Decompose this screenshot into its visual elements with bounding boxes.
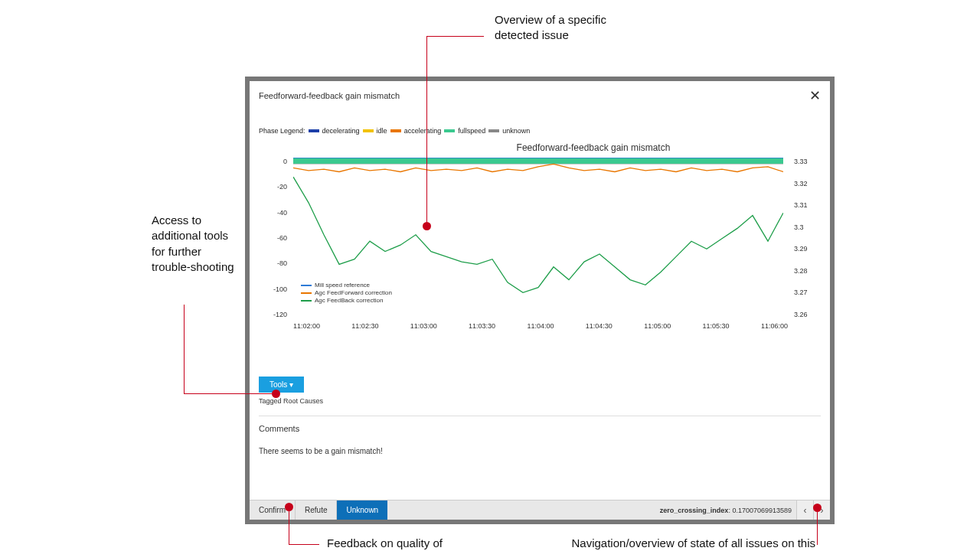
phase-fullspeed: fullspeed — [458, 127, 485, 135]
issue-detail-modal: Feedforward-feedback gain mismatch ✕ Pha… — [245, 77, 835, 524]
legend-label: Agc FeedBack correction — [315, 297, 383, 304]
series-legend: Mill speed referenceAgc FeedForward corr… — [301, 282, 392, 305]
x-tick: 11:03:00 — [410, 322, 437, 330]
y-axis-right: 3.333.323.313.33.293.283.273.26 — [791, 158, 815, 318]
callout-line — [289, 507, 289, 545]
annotation-tools: Access to additional tools for further t… — [152, 213, 236, 275]
legend-swatch — [301, 300, 312, 302]
metric-label: zero_crossing_index — [660, 507, 729, 514]
x-axis-ticks: 11:02:0011:02:3011:03:0011:03:3011:04:00… — [293, 322, 788, 330]
y-left-tick: -40 — [264, 209, 287, 217]
legend-entry: Agc FeedBack correction — [301, 297, 392, 304]
x-tick: 11:02:00 — [293, 322, 320, 330]
y-right-tick: 3.27 — [794, 289, 815, 296]
legend-entry: Mill speed reference — [301, 282, 392, 289]
x-tick: 11:02:30 — [351, 322, 378, 330]
comments-header: Comments — [259, 424, 821, 433]
annotation-navigation-text: Navigation/overview of state of all issu… — [572, 536, 816, 551]
legend-label: Mill speed reference — [315, 282, 370, 289]
phase-idle: idle — [377, 127, 387, 135]
modal-footer: Confirm Refute Unknown zero_crossing_ind… — [250, 500, 830, 520]
series-line — [293, 164, 783, 171]
y-axis-left: 0-20-40-60-80-100-120 — [264, 158, 290, 318]
tools-button[interactable]: Tools ▾ — [259, 377, 304, 393]
y-right-tick: 3.32 — [794, 180, 815, 187]
y-left-tick: 0 — [264, 158, 287, 165]
callout-dot — [423, 222, 431, 230]
phase-accelerating: accelerating — [404, 127, 442, 135]
annotation-feedback-text: Feedback on quality of detection — [327, 536, 443, 551]
y-right-tick: 3.26 — [794, 311, 815, 318]
phase-legend: Phase Legend: decelerating idle accelera… — [259, 127, 821, 135]
comment-text: There seems to be a gain mismatch! — [259, 447, 821, 455]
callout-dot — [813, 504, 822, 512]
x-tick: 11:04:00 — [527, 322, 554, 330]
y-left-tick: -80 — [264, 259, 287, 267]
phase-legend-label: Phase Legend: — [259, 127, 305, 135]
prev-issue-button[interactable]: ‹ — [796, 500, 813, 520]
y-left-tick: -100 — [264, 285, 287, 293]
swatch-idle — [363, 129, 374, 132]
unknown-button[interactable]: Unknown — [337, 500, 387, 520]
legend-swatch — [301, 285, 312, 286]
chart-title: Feedforward-feedback gain mismatch — [259, 142, 821, 153]
y-left-tick: -120 — [264, 311, 287, 318]
legend-entry: Agc FeedForward correction — [301, 289, 392, 296]
legend-label: Agc FeedForward correction — [315, 289, 392, 296]
y-left-tick: -60 — [264, 234, 287, 242]
metric-readout: zero_crossing_index: 0.17007069913589 — [660, 507, 796, 514]
swatch-fullspeed — [444, 129, 455, 132]
y-right-tick: 3.29 — [794, 245, 815, 253]
modal-header: Feedforward-feedback gain mismatch ✕ — [250, 81, 830, 107]
swatch-unknown — [488, 129, 499, 132]
callout-dot — [285, 503, 293, 511]
x-tick: 11:05:00 — [644, 322, 671, 330]
metric-value: 0.17007069913589 — [732, 507, 792, 514]
callout-line — [184, 393, 272, 394]
annotation-feedback: Feedback on quality of detection — [327, 536, 465, 551]
x-tick: 11:06:00 — [761, 322, 788, 330]
annotation-navigation: Navigation/overview of state of all issu… — [570, 536, 815, 551]
tagged-root-causes-label: Tagged Root Causes — [259, 397, 821, 405]
phase-decelerating: decelerating — [322, 127, 360, 135]
callout-line — [817, 507, 818, 545]
phase-unknown: unknown — [502, 127, 530, 135]
x-tick: 11:04:30 — [586, 322, 612, 330]
callout-line — [289, 544, 319, 545]
y-left-tick: -20 — [264, 183, 287, 191]
callout-line — [426, 37, 427, 226]
series-line — [293, 177, 783, 292]
x-tick: 11:03:30 — [469, 322, 495, 330]
callout-dot — [272, 390, 280, 398]
modal-title: Feedforward-feedback gain mismatch — [259, 91, 400, 100]
y-right-tick: 3.28 — [794, 267, 815, 275]
divider — [259, 416, 821, 416]
refute-button[interactable]: Refute — [296, 500, 337, 520]
modal-body: Phase Legend: decelerating idle accelera… — [250, 107, 830, 500]
close-icon[interactable]: ✕ — [809, 87, 821, 104]
chart: 0-20-40-60-80-100-120 3.333.323.313.33.2… — [264, 158, 815, 349]
y-right-tick: 3.31 — [794, 201, 815, 209]
swatch-accelerating — [390, 129, 401, 132]
legend-swatch — [301, 292, 312, 294]
swatch-decelerating — [309, 129, 319, 132]
phase-band — [293, 158, 783, 164]
y-right-tick: 3.3 — [794, 223, 815, 231]
annotation-overview: Overview of a specific detected issue — [495, 12, 640, 44]
x-tick: 11:05:30 — [703, 322, 730, 330]
y-right-tick: 3.33 — [794, 158, 815, 165]
callout-line — [184, 305, 185, 394]
callout-line — [426, 36, 484, 37]
